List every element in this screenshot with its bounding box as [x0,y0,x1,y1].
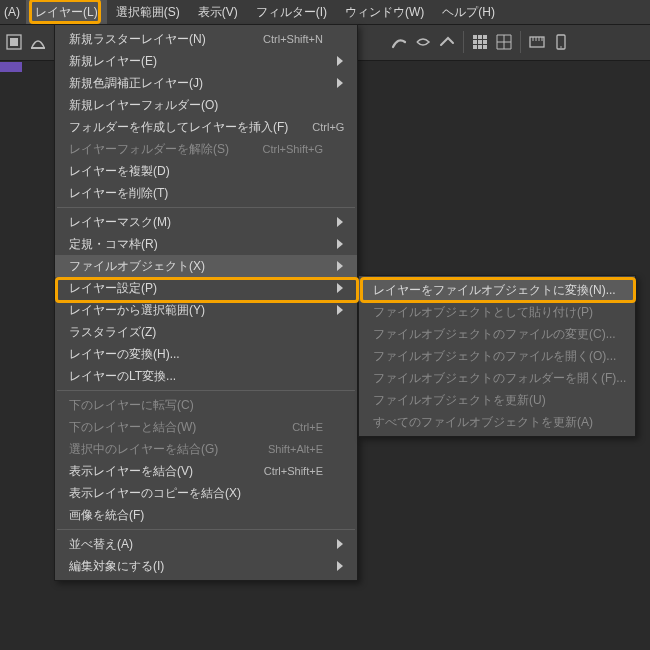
svg-point-14 [560,46,562,48]
menu-item[interactable]: 表示レイヤーを結合(V)Ctrl+Shift+E [55,460,357,482]
grid-icon-1[interactable] [469,31,491,53]
menu-item-shortcut: Ctrl+Shift+N [263,33,323,45]
menu-item-label: 表示レイヤーのコピーを結合(X) [69,485,241,502]
menu-item: 下のレイヤーに転写(C) [55,394,357,416]
menu-item-label: レイヤーマスク(M) [69,214,171,231]
submenu-arrow-icon [337,561,347,571]
panel-tab[interactable] [0,62,22,72]
device-icon[interactable] [550,31,572,53]
submenu-arrow-icon [337,217,347,227]
menu-item[interactable]: レイヤーを複製(D) [55,160,357,182]
tool-icon-2[interactable] [27,31,49,53]
menu-item[interactable]: レイヤーをファイルオブジェクトに変換(N)... [359,279,635,301]
brush-icon-2[interactable] [412,31,434,53]
menu-item-label: レイヤーを複製(D) [69,163,170,180]
menu-item-a[interactable]: (A) [2,0,26,24]
menu-item-label: レイヤーのLT変換... [69,368,176,385]
menu-item[interactable]: 定規・コマ枠(R) [55,233,357,255]
menu-item[interactable]: ラスタライズ(Z) [55,321,357,343]
menu-item-shortcut: Ctrl+Shift+E [264,465,323,477]
menu-separator [57,207,355,208]
menu-item-label: 編集対象にする(I) [69,558,164,575]
menu-item-label: 選択中のレイヤーを結合(G) [69,441,218,458]
menu-item: 選択中のレイヤーを結合(G)Shift+Alt+E [55,438,357,460]
menu-separator [57,529,355,530]
menu-item-label: ファイルオブジェクトのフォルダーを開く(F)... [373,370,626,387]
menu-item[interactable]: ファイルオブジェクト(X) [55,255,357,277]
brush-icon-3[interactable] [436,31,458,53]
menu-item-label: 画像を統合(F) [69,507,144,524]
submenu-arrow-icon [337,261,347,271]
submenu-arrow-icon [337,283,347,293]
menu-item-label: ファイルオブジェクト(X) [69,258,205,275]
layer-menu: 新規ラスターレイヤー(N)Ctrl+Shift+N新規レイヤー(E)新規色調補正… [54,24,358,581]
svg-rect-8 [483,40,487,44]
menu-item[interactable]: 新規色調補正レイヤー(J) [55,72,357,94]
menu-item-label: 表示レイヤーを結合(V) [69,463,193,480]
menu-item[interactable]: レイヤーを削除(T) [55,182,357,204]
menu-item-shortcut: Shift+Alt+E [268,443,323,455]
menu-item-label: すべてのファイルオブジェクトを更新(A) [373,414,593,431]
menu-item[interactable]: 並べ替え(A) [55,533,357,555]
menu-item-shortcut: Ctrl+G [312,121,344,133]
svg-rect-4 [478,35,482,39]
submenu-arrow-icon [337,56,347,66]
menu-item-selection[interactable]: 選択範囲(S) [107,0,189,24]
menu-item[interactable]: レイヤー設定(P) [55,277,357,299]
menu-item[interactable]: 新規ラスターレイヤー(N)Ctrl+Shift+N [55,28,357,50]
menu-item-view[interactable]: 表示(V) [189,0,247,24]
menu-item-label: ファイルオブジェクトを更新(U) [373,392,546,409]
menu-item: ファイルオブジェクトとして貼り付け(P) [359,301,635,323]
menu-item[interactable]: レイヤーの変換(H)... [55,343,357,365]
tool-icon-1[interactable] [3,31,25,53]
menu-item-label: レイヤー設定(P) [69,280,157,297]
menu-item-label: ファイルオブジェクトのファイルの変更(C)... [373,326,616,343]
menu-item-label: ファイルオブジェクトのファイルを開く(O)... [373,348,616,365]
menu-item-label: レイヤーを削除(T) [69,185,168,202]
toolbar-separator [520,31,521,53]
svg-rect-5 [483,35,487,39]
menu-separator [57,390,355,391]
grid-icon-2[interactable] [493,31,515,53]
menu-item-label: 下のレイヤーと結合(W) [69,419,196,436]
menubar: (A) レイヤー(L) 選択範囲(S) 表示(V) フィルター(I) ウィンドウ… [0,0,650,25]
menu-item: 下のレイヤーと結合(W)Ctrl+E [55,416,357,438]
ruler-icon[interactable] [526,31,548,53]
menu-item[interactable]: レイヤーのLT変換... [55,365,357,387]
menu-item-label: レイヤーをファイルオブジェクトに変換(N)... [373,282,616,299]
svg-rect-7 [478,40,482,44]
submenu-arrow-icon [337,305,347,315]
menu-item-label: 新規レイヤーフォルダー(O) [69,97,218,114]
svg-rect-1 [10,38,18,46]
menu-item-label: 並べ替え(A) [69,536,133,553]
menu-item[interactable]: レイヤーマスク(M) [55,211,357,233]
menu-item-layer[interactable]: レイヤー(L) [26,0,107,24]
menu-item-label: 新規レイヤー(E) [69,53,157,70]
menu-item-help[interactable]: ヘルプ(H) [433,0,504,24]
menu-item-label: ラスタライズ(Z) [69,324,156,341]
menu-item[interactable]: 表示レイヤーのコピーを結合(X) [55,482,357,504]
menu-item: ファイルオブジェクトのフォルダーを開く(F)... [359,367,635,389]
menu-item[interactable]: フォルダーを作成してレイヤーを挿入(F)Ctrl+G [55,116,357,138]
menu-item-label: ファイルオブジェクトとして貼り付け(P) [373,304,593,321]
menu-item[interactable]: 新規レイヤーフォルダー(O) [55,94,357,116]
brush-icon-1[interactable] [388,31,410,53]
menu-item[interactable]: レイヤーから選択範囲(Y) [55,299,357,321]
menu-item-label: フォルダーを作成してレイヤーを挿入(F) [69,119,288,136]
menu-item: ファイルオブジェクトを更新(U) [359,389,635,411]
menu-item-shortcut: Ctrl+E [292,421,323,433]
submenu-arrow-icon [337,239,347,249]
menu-item[interactable]: 新規レイヤー(E) [55,50,357,72]
submenu-arrow-icon [337,539,347,549]
menu-item[interactable]: 編集対象にする(I) [55,555,357,577]
menu-item[interactable]: 画像を統合(F) [55,504,357,526]
menu-item-filter[interactable]: フィルター(I) [247,0,336,24]
svg-rect-6 [473,40,477,44]
menu-item: レイヤーフォルダーを解除(S)Ctrl+Shift+G [55,138,357,160]
menu-item-label: レイヤーフォルダーを解除(S) [69,141,229,158]
menu-item-window[interactable]: ウィンドウ(W) [336,0,433,24]
toolbar-separator [463,31,464,53]
menu-item-label: 定規・コマ枠(R) [69,236,158,253]
menu-item-label: 新規ラスターレイヤー(N) [69,31,206,48]
svg-rect-2 [31,47,45,49]
